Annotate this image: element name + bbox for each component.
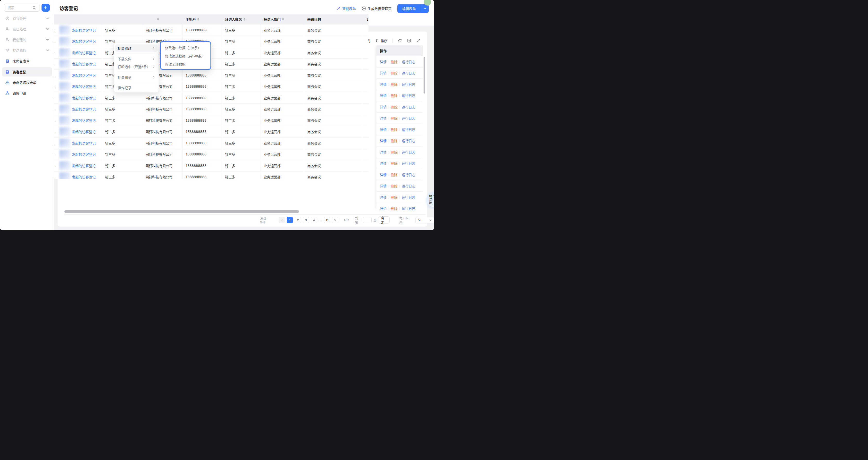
detail-link[interactable]: 详情 xyxy=(380,70,387,75)
col-header-purpose[interactable]: 来访目的 xyxy=(304,17,363,22)
detail-link[interactable]: 详情 xyxy=(380,93,387,98)
delete-link[interactable]: 删除 xyxy=(391,161,398,166)
col-header-visitor-dept[interactable]: 拜访人部门 xyxy=(260,17,304,22)
submenu-item-edit-selected[interactable]: 修改选中数据（共5条） xyxy=(162,44,209,51)
run-log-link[interactable]: 运行日志 xyxy=(402,138,415,143)
run-log-link[interactable]: 运行日志 xyxy=(402,195,415,200)
fullscreen-button[interactable] xyxy=(416,39,421,43)
submenu-item-edit-filtered[interactable]: 修改筛选数据（共548条） xyxy=(162,52,209,59)
record-title-link[interactable]: 发起的访客登记 xyxy=(72,95,96,100)
menu-item-operation-log[interactable]: 操作记录 xyxy=(115,84,158,91)
menu-item-batch-delete[interactable]: 批量删除 xyxy=(115,74,158,81)
row-height-button[interactable] xyxy=(407,39,411,43)
detail-link[interactable]: 详情 xyxy=(380,183,387,188)
eye-closed-icon[interactable] xyxy=(45,27,50,31)
run-log-link[interactable]: 运行日志 xyxy=(402,183,415,188)
detail-link[interactable]: 详情 xyxy=(380,59,387,64)
sidebar-item-leave-request[interactable]: 请假申请 xyxy=(2,88,52,98)
page-button-3[interactable]: 3 xyxy=(303,217,309,223)
sidebar-item-pending[interactable]: 待我处理 xyxy=(2,13,52,23)
detail-link[interactable]: 详情 xyxy=(380,138,387,143)
detail-link[interactable]: 详情 xyxy=(380,116,387,120)
eye-closed-icon[interactable] xyxy=(45,38,50,41)
sidebar-search[interactable] xyxy=(4,4,40,12)
record-title-link[interactable]: 发起的访客登记 xyxy=(72,50,96,55)
run-log-link[interactable]: 运行日志 xyxy=(402,161,415,166)
detail-link[interactable]: 详情 xyxy=(380,172,387,177)
delete-link[interactable]: 删除 xyxy=(391,116,398,120)
horizontal-scrollbar-thumb[interactable] xyxy=(64,210,299,213)
delete-link[interactable]: 删除 xyxy=(391,150,398,154)
delete-link[interactable]: 删除 xyxy=(391,59,398,64)
delete-link[interactable]: 删除 xyxy=(391,138,398,143)
record-title-link[interactable]: 发起的访客登记 xyxy=(72,61,96,66)
run-log-link[interactable]: 运行日志 xyxy=(402,70,415,75)
refresh-button[interactable] xyxy=(398,39,402,43)
sidebar-item-created[interactable]: 我创建的 xyxy=(2,35,52,44)
record-title-link[interactable]: 发起的访客登记 xyxy=(72,152,96,157)
run-log-link[interactable]: 运行日志 xyxy=(402,127,415,132)
delete-link[interactable]: 删除 xyxy=(391,93,398,98)
generate-data-page-button[interactable]: 生成数据管理页 xyxy=(362,6,392,11)
record-title-link[interactable]: 发起的访客登记 xyxy=(72,141,96,145)
sort-toggle-icon[interactable] xyxy=(157,18,159,21)
col-header-phone[interactable]: 手机号 xyxy=(183,17,222,22)
delete-link[interactable]: 删除 xyxy=(391,195,398,200)
sort-toggle-icon[interactable] xyxy=(282,18,284,21)
page-button-4[interactable]: 4 xyxy=(311,217,317,223)
record-title-link[interactable]: 发起的访客登记 xyxy=(72,39,96,44)
run-log-link[interactable]: 运行日志 xyxy=(402,93,415,98)
detail-link[interactable]: 详情 xyxy=(380,150,387,154)
sort-toggle-icon[interactable] xyxy=(244,18,245,21)
record-title-link[interactable]: 发起的访客登记 xyxy=(72,129,96,134)
per-page-select[interactable]: 50 xyxy=(415,217,434,224)
record-title-link[interactable]: 发起的访客登记 xyxy=(72,107,96,112)
create-form-button[interactable] xyxy=(41,4,50,12)
page-button-1[interactable]: 1 xyxy=(287,217,293,223)
record-title-link[interactable]: 发起的访客登记 xyxy=(72,84,96,89)
sidebar-item-unnamed-flow-form[interactable]: 未命名流程表单 xyxy=(2,78,52,87)
record-title-link[interactable]: 发起的访客登记 xyxy=(72,73,96,78)
page-button-2[interactable]: 2 xyxy=(295,217,301,223)
run-log-link[interactable]: 运行日志 xyxy=(402,105,415,109)
run-log-link[interactable]: 运行日志 xyxy=(402,116,415,120)
edit-form-button[interactable]: 编辑表单 xyxy=(397,4,421,13)
goto-confirm-button[interactable]: 确定 xyxy=(378,217,390,224)
sidebar-item-unnamed-form[interactable]: 未命名表单 xyxy=(2,56,52,65)
delete-link[interactable]: 删除 xyxy=(391,82,398,87)
sort-button[interactable]: 排序 xyxy=(375,38,388,43)
detail-link[interactable]: 详情 xyxy=(380,161,387,166)
detail-link[interactable]: 详情 xyxy=(380,127,387,132)
menu-item-download-files[interactable]: 下载文件 xyxy=(115,55,158,62)
detail-link[interactable]: 详情 xyxy=(380,105,387,109)
run-log-link[interactable]: 运行日志 xyxy=(402,59,415,64)
sidebar-item-visitor-registration[interactable]: 访客登记 xyxy=(2,67,52,77)
record-title-link[interactable]: 发起的访客登记 xyxy=(72,118,96,123)
record-title-link[interactable]: 发起的访客登记 xyxy=(72,163,96,168)
prev-page-button[interactable] xyxy=(279,217,285,223)
sidebar-item-processed[interactable]: 我已处理 xyxy=(2,24,52,33)
sort-toggle-icon[interactable] xyxy=(197,18,199,21)
col-header-hidden-3[interactable] xyxy=(142,18,183,21)
detail-link[interactable]: 详情 xyxy=(380,206,387,210)
delete-link[interactable]: 删除 xyxy=(391,172,398,177)
delete-link[interactable]: 删除 xyxy=(391,70,398,75)
detail-link[interactable]: 详情 xyxy=(380,195,387,200)
sidebar-item-cc[interactable]: 抄送我的 xyxy=(2,46,52,55)
eye-closed-icon[interactable] xyxy=(45,49,50,52)
run-log-link[interactable]: 运行日志 xyxy=(402,150,415,154)
eye-closed-icon[interactable] xyxy=(45,17,50,20)
vertical-scrollbar-thumb[interactable] xyxy=(424,57,425,93)
record-title-link[interactable]: 发起的访客登记 xyxy=(72,174,96,179)
delete-link[interactable]: 删除 xyxy=(391,127,398,132)
run-log-link[interactable]: 运行日志 xyxy=(402,206,415,210)
record-title-link[interactable]: 发起的访客登记 xyxy=(72,28,96,33)
smart-form-button[interactable]: 智能表单 xyxy=(336,6,356,11)
delete-link[interactable]: 删除 xyxy=(391,183,398,188)
delete-link[interactable]: 删除 xyxy=(391,206,398,210)
submenu-item-edit-all[interactable]: 修改全部数据 xyxy=(162,60,209,68)
run-log-link[interactable]: 运行日志 xyxy=(402,172,415,177)
col-header-visitor-name[interactable]: 拜访人姓名 xyxy=(222,17,260,22)
delete-link[interactable]: 删除 xyxy=(391,105,398,109)
search-input[interactable] xyxy=(7,6,32,10)
